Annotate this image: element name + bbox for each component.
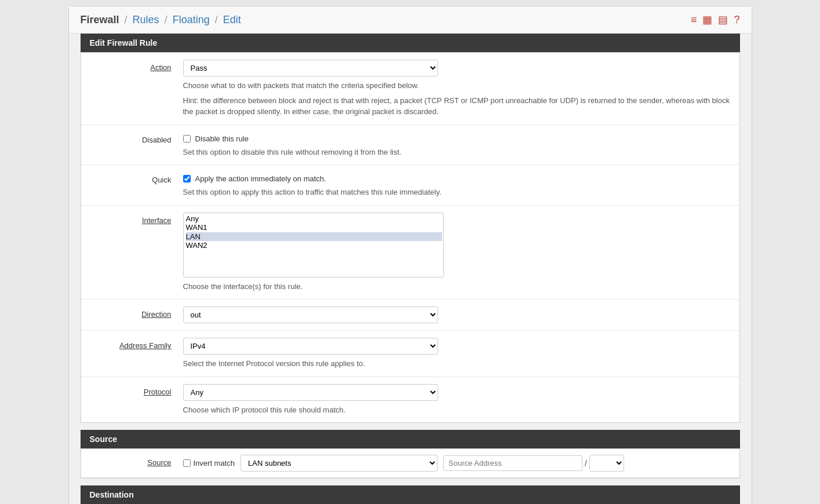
interface-listbox[interactable]: Any WAN1 LAN WAN2 <box>183 213 444 277</box>
disabled-checkbox[interactable] <box>183 135 191 143</box>
address-family-row: Address Family IPv4 IPv6 IPv4+IPv6 Selec… <box>81 331 739 377</box>
source-address-input[interactable] <box>443 455 582 471</box>
section-edit-rule: Edit Firewall Rule <box>81 34 740 52</box>
address-family-hint: Select the Internet Protocol version thi… <box>183 358 730 370</box>
direction-select[interactable]: in out any <box>183 306 438 323</box>
interface-row: Interface Any WAN1 LAN WAN2 Choose the i… <box>81 206 739 300</box>
direction-row: Direction in out any <box>81 300 739 331</box>
quick-label: Quick <box>152 176 171 184</box>
source-invert-text: Invert match <box>194 459 235 468</box>
list-icon[interactable]: ≡ <box>691 14 697 26</box>
direction-label[interactable]: Direction <box>141 310 171 319</box>
protocol-select[interactable]: Any TCP UDP ICMP <box>183 384 438 401</box>
disabled-hint: Set this option to disable this rule wit… <box>183 147 730 158</box>
protocol-label[interactable]: Protocol <box>144 388 172 396</box>
disabled-row: Disabled Disable this rule Set this opti… <box>81 125 739 166</box>
protocol-hint: Choose which IP protocol this rule shoul… <box>183 404 730 416</box>
quick-checkbox[interactable] <box>183 175 191 182</box>
action-row: Action Pass Block Reject Choose what to … <box>81 53 739 125</box>
action-hint1: Choose what to do with packets that matc… <box>183 80 730 92</box>
interface-label[interactable]: Interface <box>142 216 172 225</box>
source-type-select[interactable]: any LAN subnets WAN subnets Address or A… <box>240 455 438 472</box>
disabled-checkbox-label: Disable this rule <box>195 134 249 143</box>
table-icon[interactable]: ▤ <box>718 13 728 26</box>
disabled-label: Disabled <box>142 136 172 144</box>
section-source: Source <box>81 430 740 448</box>
breadcrumb-rules[interactable]: Rules <box>133 14 159 25</box>
quick-row: Quick Apply the action immediately on ma… <box>81 165 739 206</box>
chart-icon[interactable]: ▦ <box>702 13 712 26</box>
action-select[interactable]: Pass Block Reject <box>183 60 438 76</box>
breadcrumb-floating[interactable]: Floating <box>173 14 210 25</box>
header-icons: ≡ ▦ ▤ ? <box>691 13 740 26</box>
source-invert-checkbox[interactable] <box>183 459 191 467</box>
source-label[interactable]: Source <box>147 458 171 467</box>
source-slash: / <box>585 459 587 468</box>
breadcrumb-firewall: Firewall <box>81 14 119 25</box>
address-family-label[interactable]: Address Family <box>119 341 172 350</box>
breadcrumb: Firewall / Rules / Floating / Edit <box>81 14 241 26</box>
source-row: Source Invert match any LAN subnets WAN … <box>81 449 739 478</box>
section-destination: Destination <box>81 485 740 504</box>
source-cidr-select[interactable] <box>589 455 624 472</box>
breadcrumb-edit[interactable]: Edit <box>223 14 241 25</box>
interface-select[interactable]: Any WAN1 LAN WAN2 <box>184 213 444 277</box>
address-family-select[interactable]: IPv4 IPv6 IPv4+IPv6 <box>183 338 438 355</box>
action-label[interactable]: Action <box>150 63 171 72</box>
protocol-row: Protocol Any TCP UDP ICMP Choose which I… <box>81 377 739 423</box>
interface-hint: Choose the interface(s) for this rule. <box>183 281 730 293</box>
quick-checkbox-label: Apply the action immediately on match. <box>195 174 326 183</box>
source-invert-label[interactable]: Invert match <box>183 459 235 468</box>
help-icon[interactable]: ? <box>734 14 739 26</box>
action-hint2: Hint: the difference between block and r… <box>183 95 730 118</box>
quick-hint: Set this option to apply this action to … <box>183 187 730 198</box>
source-address-group: / <box>443 455 624 472</box>
